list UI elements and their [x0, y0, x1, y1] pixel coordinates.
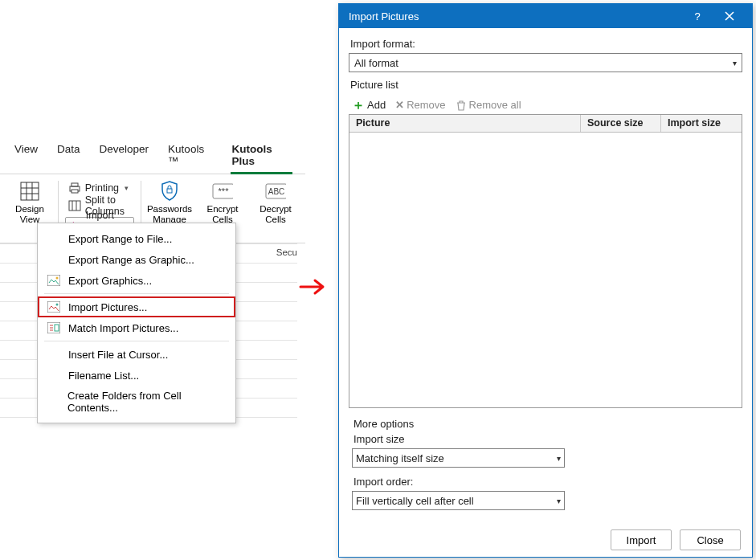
import-export-menu: Export Range to File... Export Range as …	[37, 223, 236, 423]
table-body-empty	[349, 133, 742, 407]
import-order-label: Import order:	[353, 476, 739, 488]
svg-rect-2	[72, 183, 78, 186]
menu-filename-list[interactable]: Filename List...	[38, 365, 235, 386]
chevron-down-icon: ▾	[557, 497, 561, 505]
menu-match-import-pictures[interactable]: Match Import Pictures...	[38, 317, 235, 338]
svg-rect-15	[55, 325, 59, 331]
guide-arrow-icon	[299, 278, 329, 296]
menu-label: Export Graphics...	[68, 275, 152, 287]
grid-table-icon	[19, 181, 40, 202]
import-pictures-dialog: Import Pictures ? Import format: All for…	[338, 3, 753, 558]
menu-export-range-as-graphic[interactable]: Export Range as Graphic...	[38, 249, 235, 270]
import-order-select[interactable]: Fill vertically cell after cell ▾	[352, 491, 565, 510]
col-source-size[interactable]: Source size	[581, 115, 661, 132]
split-columns-icon	[68, 199, 81, 212]
svg-text:ABC: ABC	[268, 187, 285, 196]
close-icon[interactable]	[713, 4, 746, 28]
decrypt-label: Decrypt Cells	[259, 204, 292, 225]
import-size-select[interactable]: Matching itself size ▾	[352, 448, 565, 468]
trash-icon	[456, 100, 467, 111]
remove-label: Remove	[407, 99, 445, 111]
ribbon-tabs: View Data Developer Kutools ™ Kutools Pl…	[0, 138, 305, 174]
menu-separator	[44, 293, 229, 294]
remove-all-button: Remove all	[456, 99, 521, 111]
svg-rect-0	[21, 182, 39, 200]
tab-data[interactable]: Data	[47, 138, 90, 174]
menu-label: Create Folders from Cell Contents...	[67, 390, 224, 414]
group-label-security: Secu	[276, 247, 297, 257]
tab-view[interactable]: View	[5, 138, 47, 174]
printing-label: Printing	[85, 182, 119, 194]
menu-label: Filename List...	[68, 370, 139, 382]
picture-import-icon	[47, 300, 60, 313]
import-format-label: Import format:	[350, 38, 742, 50]
remove-all-label: Remove all	[469, 99, 521, 111]
blank-icon	[47, 395, 59, 408]
import-format-value: All format	[354, 57, 733, 69]
picture-list-table[interactable]: Picture Source size Import size	[349, 114, 742, 408]
menu-label: Insert File at Cursor...	[68, 349, 168, 361]
tab-kutools-plus[interactable]: Kutools Plus	[223, 138, 300, 174]
asterisks-icon: ***	[212, 181, 233, 202]
printer-icon	[68, 182, 81, 194]
picture-list-toolbar: ＋ Add ✕ Remove Remove all	[349, 94, 742, 114]
import-format-select[interactable]: All format ▾	[349, 53, 742, 72]
dialog-titlebar[interactable]: Import Pictures ?	[339, 4, 752, 28]
blank-icon	[47, 253, 60, 266]
chevron-down-icon: ▾	[125, 184, 129, 192]
abc-icon: ABC	[265, 181, 286, 202]
menu-label: Export Range as Graphic...	[68, 254, 194, 266]
menu-create-folders[interactable]: Create Folders from Cell Contents...	[38, 386, 235, 418]
add-label: Add	[367, 99, 386, 111]
encrypt-cells-button[interactable]: *** Encrypt Cells	[201, 179, 244, 225]
close-button[interactable]: Close	[680, 529, 741, 550]
menu-export-range-to-file[interactable]: Export Range to File...	[38, 228, 235, 249]
menu-label: Export Range to File...	[68, 233, 172, 245]
menu-import-pictures[interactable]: Import Pictures...	[38, 296, 235, 317]
menu-label: Match Import Pictures...	[68, 322, 178, 334]
import-order-value: Fill vertically cell after cell	[356, 495, 557, 507]
menu-insert-file-at-cursor[interactable]: Insert File at Cursor...	[38, 344, 235, 365]
blank-icon	[47, 369, 60, 382]
dialog-title: Import Pictures	[349, 10, 419, 22]
picture-list-label: Picture list	[350, 79, 742, 91]
col-import-size[interactable]: Import size	[661, 115, 742, 132]
tab-kutools[interactable]: Kutools ™	[158, 138, 222, 174]
more-options-label: More options	[353, 418, 739, 430]
remove-button: ✕ Remove	[395, 99, 445, 111]
tab-developer[interactable]: Developer	[90, 138, 159, 174]
menu-export-graphics[interactable]: Export Graphics...	[38, 270, 235, 291]
blank-icon	[47, 232, 60, 245]
import-size-value: Matching itself size	[356, 452, 557, 464]
svg-point-13	[56, 304, 59, 306]
printing-button[interactable]: Printing ▾	[65, 179, 135, 196]
decrypt-cells-button[interactable]: ABC Decrypt Cells	[254, 179, 297, 225]
dialog-footer: Import Close	[339, 523, 752, 557]
shield-lock-icon	[159, 181, 180, 202]
picture-export-icon	[47, 274, 60, 287]
chevron-down-icon: ▾	[557, 454, 561, 463]
col-picture[interactable]: Picture	[349, 115, 581, 132]
chevron-down-icon: ▾	[733, 59, 737, 67]
plus-icon: ＋	[352, 100, 365, 111]
x-icon: ✕	[395, 99, 404, 111]
menu-label: Import Pictures...	[68, 301, 147, 313]
svg-rect-5	[167, 189, 172, 193]
import-button[interactable]: Import	[611, 529, 672, 550]
svg-point-11	[56, 277, 59, 280]
blank-icon	[47, 348, 60, 361]
menu-separator	[44, 341, 229, 341]
svg-rect-4	[69, 201, 80, 211]
import-size-label: Import size	[353, 433, 739, 445]
design-view-button[interactable]: Design View	[8, 179, 51, 225]
help-button[interactable]: ?	[681, 4, 713, 28]
picture-match-icon	[47, 321, 60, 334]
svg-text:***: ***	[219, 186, 230, 196]
add-button[interactable]: ＋ Add	[352, 99, 386, 111]
svg-rect-3	[72, 190, 78, 193]
table-header: Picture Source size Import size	[349, 115, 742, 133]
